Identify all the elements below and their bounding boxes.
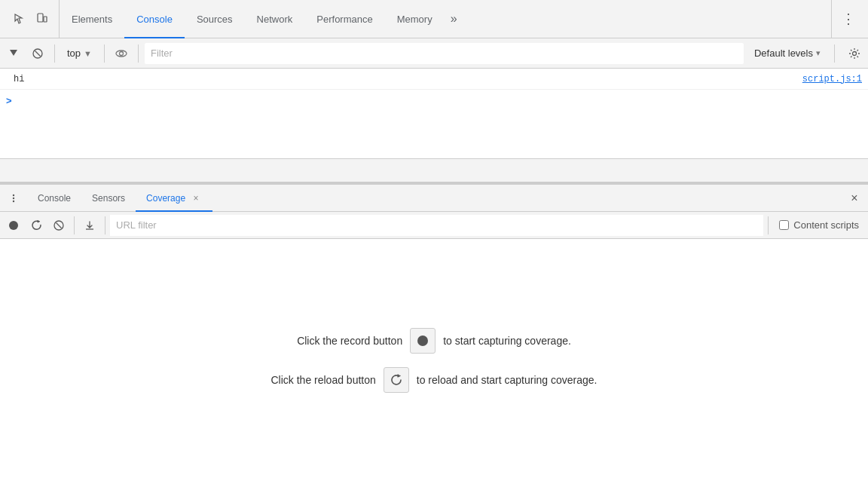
console-clear-btn[interactable] bbox=[27, 43, 48, 64]
filter-input[interactable] bbox=[145, 43, 744, 64]
url-filter-input[interactable] bbox=[110, 215, 763, 236]
coverage-divider-1 bbox=[74, 216, 75, 234]
coverage-main: Click the record button to start capturi… bbox=[0, 239, 868, 481]
drawer-tabs-bar: Console Sensors Coverage × × bbox=[0, 185, 868, 212]
device-icon-btn[interactable] bbox=[32, 8, 53, 29]
instruction2-after: to reload and start capturing coverage. bbox=[417, 374, 598, 386]
drawer-close-btn[interactable]: × bbox=[844, 188, 865, 209]
coverage-clear-btn[interactable] bbox=[48, 215, 69, 236]
drawer-tab-coverage[interactable]: Coverage × bbox=[136, 185, 212, 212]
record-dot-icon bbox=[9, 221, 18, 230]
eye-btn[interactable] bbox=[111, 43, 132, 64]
inspect-icon-btn[interactable] bbox=[9, 8, 30, 29]
main-nav-tabs: Elements Console Sources Network Perform… bbox=[60, 0, 831, 38]
console-log-source[interactable]: script.js:1 bbox=[802, 74, 862, 84]
coverage-toolbar: Content scripts bbox=[0, 212, 868, 239]
context-dropdown-arrow: ▼ bbox=[84, 49, 92, 58]
main-panel: top ▼ Default levels ▾ bbox=[0, 38, 868, 481]
svg-rect-0 bbox=[38, 14, 43, 22]
levels-btn[interactable]: Default levels ▾ bbox=[747, 43, 828, 64]
divider-3 bbox=[138, 44, 139, 63]
svg-line-12 bbox=[57, 222, 62, 228]
coverage-instruction-1: Click the record button to start capturi… bbox=[297, 328, 571, 354]
svg-point-7 bbox=[853, 51, 857, 55]
content-scripts-label[interactable]: Content scripts bbox=[773, 219, 865, 231]
console-caret[interactable]: > bbox=[6, 95, 12, 106]
content-scripts-checkbox[interactable] bbox=[779, 220, 789, 230]
inline-record-btn[interactable] bbox=[410, 328, 436, 354]
content-scripts-text: Content scripts bbox=[793, 219, 859, 231]
drawer-tab-coverage-close[interactable]: × bbox=[190, 192, 202, 204]
drawer-tab-sensors[interactable]: Sensors bbox=[81, 185, 136, 212]
divider-1 bbox=[54, 44, 55, 63]
coverage-instruction-2: Click the reload button to reload and st… bbox=[270, 367, 597, 393]
tab-performance[interactable]: Performance bbox=[304, 1, 384, 38]
more-options-btn[interactable]: ⋮ bbox=[838, 8, 859, 29]
coverage-record-btn[interactable] bbox=[3, 215, 24, 236]
coverage-export-btn[interactable] bbox=[79, 215, 100, 236]
coverage-divider-2 bbox=[105, 216, 105, 234]
context-selector-btn[interactable]: top ▼ bbox=[61, 43, 98, 64]
svg-marker-2 bbox=[10, 50, 17, 56]
reload-icon bbox=[390, 373, 403, 387]
toolbar-icon-group bbox=[3, 0, 60, 38]
context-label: top bbox=[67, 47, 81, 59]
svg-point-9 bbox=[13, 197, 14, 198]
toolbar-end: ⋮ bbox=[831, 0, 865, 38]
instruction1-after: to start capturing coverage. bbox=[443, 335, 571, 347]
console-panel: top ▼ Default levels ▾ bbox=[0, 38, 868, 182]
more-tabs-btn[interactable]: » bbox=[445, 0, 463, 38]
divider-4 bbox=[834, 44, 835, 63]
svg-point-8 bbox=[13, 194, 14, 195]
levels-arrow: ▾ bbox=[816, 48, 821, 58]
tab-network[interactable]: Network bbox=[245, 1, 305, 38]
console-content: hi script.js:1 > bbox=[0, 69, 868, 159]
drawer-tab-coverage-label: Coverage bbox=[146, 193, 185, 204]
tab-memory[interactable]: Memory bbox=[385, 1, 445, 38]
console-prompt-line[interactable]: > bbox=[0, 90, 868, 111]
console-toolbar: top ▼ Default levels ▾ bbox=[0, 38, 868, 69]
drawer-more-btn[interactable] bbox=[3, 188, 24, 209]
instruction2-before: Click the reload button bbox=[270, 374, 375, 386]
svg-line-4 bbox=[35, 51, 41, 56]
svg-rect-1 bbox=[44, 17, 47, 22]
tab-console[interactable]: Console bbox=[124, 1, 185, 38]
inline-reload-btn[interactable] bbox=[384, 367, 409, 393]
svg-point-10 bbox=[13, 200, 14, 201]
inline-record-dot-icon bbox=[417, 335, 428, 346]
drawer-tab-console[interactable]: Console bbox=[27, 185, 81, 212]
coverage-divider-3 bbox=[768, 216, 769, 234]
svg-point-6 bbox=[119, 51, 123, 55]
levels-label: Default levels bbox=[754, 47, 813, 59]
divider-2 bbox=[104, 44, 105, 63]
top-toolbar: Elements Console Sources Network Perform… bbox=[0, 0, 868, 38]
tab-sources[interactable]: Sources bbox=[185, 1, 245, 38]
bottom-panel: Console Sensors Coverage × × bbox=[0, 182, 868, 481]
console-expand-btn[interactable] bbox=[3, 43, 24, 64]
console-log-text: hi bbox=[14, 74, 24, 84]
coverage-reload-btn[interactable] bbox=[26, 215, 47, 236]
console-log-entry: hi script.js:1 bbox=[0, 69, 868, 90]
instruction1-before: Click the record button bbox=[297, 335, 402, 347]
settings-btn[interactable] bbox=[844, 43, 865, 64]
tab-elements[interactable]: Elements bbox=[60, 1, 124, 38]
